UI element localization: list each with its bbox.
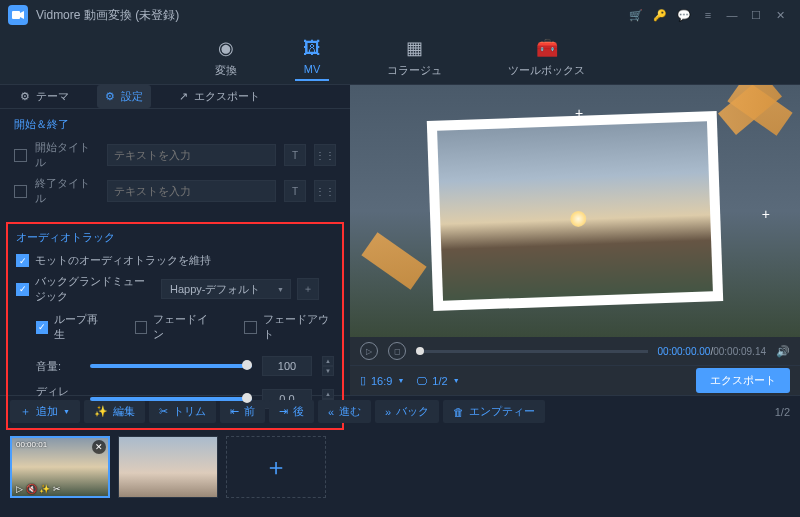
aspect-ratio-selector[interactable]: ▯16:9▼ bbox=[360, 374, 404, 387]
bgm-dropdown[interactable]: Happy-デフォルト bbox=[161, 279, 291, 299]
tab-convert-label: 変換 bbox=[215, 63, 237, 78]
aspect-icon: ▯ bbox=[360, 374, 366, 387]
tab-mv-label: MV bbox=[304, 63, 321, 75]
end-title-input[interactable] bbox=[107, 180, 276, 202]
end-text-style-button[interactable]: T bbox=[284, 180, 306, 202]
main-tabs: ◉ 変換 🖼 MV ▦ コラージュ 🧰 ツールボックス bbox=[0, 30, 800, 85]
gear-icon: ⚙ bbox=[105, 90, 115, 103]
prev-icon: ⇤ bbox=[230, 405, 239, 418]
bgm-checkbox[interactable]: ✓ bbox=[16, 283, 29, 296]
subtab-settings-label: 設定 bbox=[121, 89, 143, 104]
edit-button[interactable]: ✨編集 bbox=[84, 400, 145, 423]
sub-tabs: ⚙テーマ ⚙設定 ↗エクスポート bbox=[0, 85, 350, 109]
tab-toolbox-label: ツールボックス bbox=[508, 63, 585, 78]
loop-checkbox[interactable]: ✓ bbox=[36, 321, 48, 334]
collage-icon: ▦ bbox=[406, 37, 423, 59]
volume-value[interactable] bbox=[262, 356, 312, 376]
start-title-input[interactable] bbox=[107, 144, 276, 166]
fadein-checkbox[interactable] bbox=[135, 321, 147, 334]
preview-infobar: ▯16:9▼ 🖵1/2▼ エクスポート bbox=[350, 365, 800, 395]
scissors-icon: ✂ bbox=[159, 405, 168, 418]
volume-icon[interactable]: 🔊 bbox=[776, 345, 790, 358]
subtab-export[interactable]: ↗エクスポート bbox=[171, 85, 268, 108]
time-display: 00:00:00.00/00:00:09.14 bbox=[658, 346, 766, 357]
sun bbox=[570, 211, 587, 228]
clip-thumbnail bbox=[119, 437, 217, 497]
mv-icon: 🖼 bbox=[303, 38, 321, 59]
add-clip-button[interactable]: ＋ bbox=[226, 436, 326, 498]
toolbox-icon: 🧰 bbox=[536, 37, 558, 59]
menu-icon[interactable]: ≡ bbox=[696, 3, 720, 27]
delay-up[interactable]: ▲ bbox=[322, 389, 334, 399]
page-number: 1/2 bbox=[775, 406, 790, 418]
add-bgm-button[interactable]: ＋ bbox=[297, 278, 319, 300]
crosshair-icon: + bbox=[762, 206, 770, 222]
fadeout-checkbox[interactable] bbox=[244, 321, 256, 334]
clip-2[interactable] bbox=[118, 436, 218, 498]
preview-panel: + + ▷ ◻ 00:00:00.00/00:00:09.14 🔊 ▯16:9▼… bbox=[350, 85, 800, 395]
before-button[interactable]: ⇤前 bbox=[220, 400, 265, 423]
wand-icon: ✨ bbox=[94, 405, 108, 418]
timeline: 00:00:01 ✕ ▷ 🔇 ✨ ✂ ＋ bbox=[0, 427, 800, 507]
photo-content bbox=[437, 121, 713, 300]
delay-slider[interactable] bbox=[90, 397, 252, 401]
photo-frame bbox=[427, 111, 723, 311]
app-title: Vidmore 動画変換 (未登録) bbox=[36, 7, 179, 24]
start-title-checkbox[interactable] bbox=[14, 149, 27, 162]
tab-toolbox[interactable]: 🧰 ツールボックス bbox=[500, 33, 593, 82]
keep-original-audio-checkbox[interactable]: ✓ bbox=[16, 254, 29, 267]
clip-duration: 00:00:01 bbox=[16, 440, 47, 449]
end-title-checkbox[interactable] bbox=[14, 185, 27, 198]
screen-icon: 🖵 bbox=[416, 375, 427, 387]
after-button[interactable]: ⇥後 bbox=[269, 400, 314, 423]
loop-label: ループ再生 bbox=[54, 312, 105, 342]
progress-bar[interactable] bbox=[416, 350, 648, 353]
theme-icon: ⚙ bbox=[20, 90, 30, 103]
tab-mv[interactable]: 🖼 MV bbox=[295, 34, 329, 81]
play-button[interactable]: ▷ bbox=[360, 342, 378, 360]
keep-original-label: モットのオーディオトラックを維持 bbox=[35, 253, 211, 268]
settings-panel: ⚙テーマ ⚙設定 ↗エクスポート 開始＆終了 開始タイトル T ⋮⋮ 終了タイト… bbox=[0, 85, 350, 395]
export-icon: ↗ bbox=[179, 90, 188, 103]
add-button[interactable]: ＋追加▼ bbox=[10, 400, 80, 423]
volume-slider[interactable] bbox=[90, 364, 252, 368]
trash-icon: 🗑 bbox=[453, 406, 464, 418]
empty-button[interactable]: 🗑エンプティー bbox=[443, 400, 545, 423]
section-startend: 開始＆終了 開始タイトル T ⋮⋮ 終了タイトル T ⋮⋮ bbox=[0, 109, 350, 220]
stop-button[interactable]: ◻ bbox=[388, 342, 406, 360]
tab-collage-label: コラージュ bbox=[387, 63, 442, 78]
subtab-theme-label: テーマ bbox=[36, 89, 69, 104]
key-icon[interactable]: 🔑 bbox=[648, 3, 672, 27]
bgm-value: Happy-デフォルト bbox=[170, 282, 260, 297]
page-indicator[interactable]: 🖵1/2▼ bbox=[416, 375, 459, 387]
maximize-button[interactable]: ☐ bbox=[744, 3, 768, 27]
fadein-label: フェードイン bbox=[153, 312, 214, 342]
start-text-style-button[interactable]: T bbox=[284, 144, 306, 166]
clip-delete-button[interactable]: ✕ bbox=[92, 440, 106, 454]
subtab-theme[interactable]: ⚙テーマ bbox=[12, 85, 77, 108]
subtab-export-label: エクスポート bbox=[194, 89, 260, 104]
export-button[interactable]: エクスポート bbox=[696, 368, 790, 393]
cart-icon[interactable]: 🛒 bbox=[624, 3, 648, 27]
tab-convert[interactable]: ◉ 変換 bbox=[207, 33, 245, 82]
start-text-options-button[interactable]: ⋮⋮ bbox=[314, 144, 336, 166]
subtab-settings[interactable]: ⚙設定 bbox=[97, 85, 151, 108]
feedback-icon[interactable]: 💬 bbox=[672, 3, 696, 27]
tab-collage[interactable]: ▦ コラージュ bbox=[379, 33, 450, 82]
volume-up[interactable]: ▲ bbox=[322, 356, 334, 366]
forward-icon: « bbox=[328, 406, 334, 418]
end-text-options-button[interactable]: ⋮⋮ bbox=[314, 180, 336, 202]
preview-area[interactable]: + + bbox=[350, 85, 800, 337]
minimize-button[interactable]: — bbox=[720, 3, 744, 27]
bgm-label: バックグランドミュージック bbox=[35, 274, 155, 304]
volume-down[interactable]: ▼ bbox=[322, 366, 334, 376]
back-button[interactable]: »バック bbox=[375, 400, 439, 423]
crosshair-icon: + bbox=[575, 105, 583, 121]
forward-button[interactable]: «進む bbox=[318, 400, 371, 423]
close-button[interactable]: ✕ bbox=[768, 3, 792, 27]
playback-bar: ▷ ◻ 00:00:00.00/00:00:09.14 🔊 bbox=[350, 337, 800, 365]
clip-1[interactable]: 00:00:01 ✕ ▷ 🔇 ✨ ✂ bbox=[10, 436, 110, 498]
trim-button[interactable]: ✂トリム bbox=[149, 400, 216, 423]
startend-title: 開始＆終了 bbox=[14, 117, 336, 132]
next-icon: ⇥ bbox=[279, 405, 288, 418]
